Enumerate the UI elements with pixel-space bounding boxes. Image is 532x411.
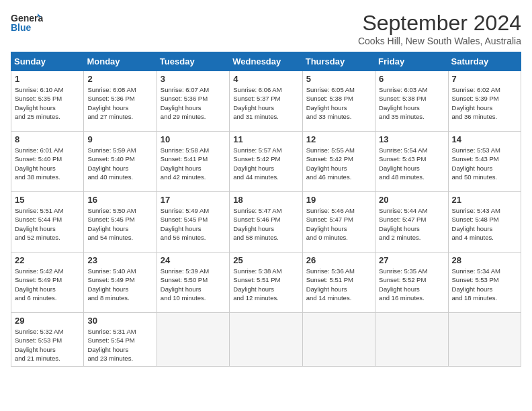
header-friday: Friday [375, 52, 448, 71]
svg-text:Blue: Blue [11, 22, 32, 33]
day-cell: 19Sunrise: 5:46 AMSunset: 5:47 PMDayligh… [302, 192, 375, 253]
calendar-week-1: 8Sunrise: 6:01 AMSunset: 5:40 PMDaylight… [11, 132, 521, 192]
day-cell [302, 313, 375, 367]
day-cell [375, 313, 448, 367]
day-cell: 20Sunrise: 5:44 AMSunset: 5:47 PMDayligh… [375, 192, 448, 253]
header-sunday: Sunday [11, 52, 84, 71]
month-title: September 2024 [358, 11, 521, 36]
day-cell: 26Sunrise: 5:36 AMSunset: 5:51 PMDayligh… [302, 253, 375, 313]
day-cell: 7Sunrise: 6:02 AMSunset: 5:39 PMDaylight… [448, 71, 521, 132]
day-cell: 23Sunrise: 5:40 AMSunset: 5:49 PMDayligh… [84, 253, 157, 313]
day-cell: 16Sunrise: 5:50 AMSunset: 5:45 PMDayligh… [84, 192, 157, 253]
header-monday: Monday [84, 52, 157, 71]
day-cell: 14Sunrise: 5:53 AMSunset: 5:43 PMDayligh… [448, 132, 521, 192]
day-cell: 3Sunrise: 6:07 AMSunset: 5:36 PMDaylight… [157, 71, 229, 132]
day-cell: 13Sunrise: 5:54 AMSunset: 5:43 PMDayligh… [375, 132, 448, 192]
header-row: SundayMondayTuesdayWednesdayThursdayFrid… [11, 52, 521, 71]
day-cell: 5Sunrise: 6:05 AMSunset: 5:38 PMDaylight… [302, 71, 375, 132]
day-cell [448, 313, 521, 367]
location: Cooks Hill, New South Wales, Australia [358, 36, 521, 46]
day-cell: 6Sunrise: 6:03 AMSunset: 5:38 PMDaylight… [375, 71, 448, 132]
header-tuesday: Tuesday [157, 52, 229, 71]
day-cell: 4Sunrise: 6:06 AMSunset: 5:37 PMDaylight… [230, 71, 302, 132]
day-cell: 21Sunrise: 5:43 AMSunset: 5:48 PMDayligh… [448, 192, 521, 253]
day-cell: 27Sunrise: 5:35 AMSunset: 5:52 PMDayligh… [375, 253, 448, 313]
logo: General Blue [11, 11, 43, 35]
day-cell: 12Sunrise: 5:55 AMSunset: 5:42 PMDayligh… [302, 132, 375, 192]
calendar-week-2: 15Sunrise: 5:51 AMSunset: 5:44 PMDayligh… [11, 192, 521, 253]
day-cell: 22Sunrise: 5:42 AMSunset: 5:49 PMDayligh… [11, 253, 84, 313]
day-cell: 30Sunrise: 5:31 AMSunset: 5:54 PMDayligh… [84, 313, 157, 367]
day-cell [230, 313, 302, 367]
header-thursday: Thursday [302, 52, 375, 71]
day-cell: 9Sunrise: 5:59 AMSunset: 5:40 PMDaylight… [84, 132, 157, 192]
logo-svg: General Blue [11, 11, 43, 35]
day-cell: 15Sunrise: 5:51 AMSunset: 5:44 PMDayligh… [11, 192, 84, 253]
day-cell: 29Sunrise: 5:32 AMSunset: 5:53 PMDayligh… [11, 313, 84, 367]
day-cell: 18Sunrise: 5:47 AMSunset: 5:46 PMDayligh… [230, 192, 302, 253]
day-cell: 10Sunrise: 5:58 AMSunset: 5:41 PMDayligh… [157, 132, 229, 192]
day-cell: 17Sunrise: 5:49 AMSunset: 5:45 PMDayligh… [157, 192, 229, 253]
calendar-week-0: 1Sunrise: 6:10 AMSunset: 5:35 PMDaylight… [11, 71, 521, 132]
header-saturday: Saturday [448, 52, 521, 71]
header-wednesday: Wednesday [230, 52, 302, 71]
day-cell [157, 313, 229, 367]
day-cell: 8Sunrise: 6:01 AMSunset: 5:40 PMDaylight… [11, 132, 84, 192]
calendar-week-4: 29Sunrise: 5:32 AMSunset: 5:53 PMDayligh… [11, 313, 521, 367]
calendar-week-3: 22Sunrise: 5:42 AMSunset: 5:49 PMDayligh… [11, 253, 521, 313]
day-cell: 2Sunrise: 6:08 AMSunset: 5:36 PMDaylight… [84, 71, 157, 132]
title-area: September 2024 Cooks Hill, New South Wal… [358, 11, 521, 46]
day-cell: 28Sunrise: 5:34 AMSunset: 5:53 PMDayligh… [448, 253, 521, 313]
day-cell: 1Sunrise: 6:10 AMSunset: 5:35 PMDaylight… [11, 71, 84, 132]
header: General Blue September 2024 Cooks Hill, … [11, 11, 521, 46]
calendar-table: SundayMondayTuesdayWednesdayThursdayFrid… [11, 52, 521, 367]
day-cell: 25Sunrise: 5:38 AMSunset: 5:51 PMDayligh… [230, 253, 302, 313]
day-cell: 24Sunrise: 5:39 AMSunset: 5:50 PMDayligh… [157, 253, 229, 313]
day-cell: 11Sunrise: 5:57 AMSunset: 5:42 PMDayligh… [230, 132, 302, 192]
